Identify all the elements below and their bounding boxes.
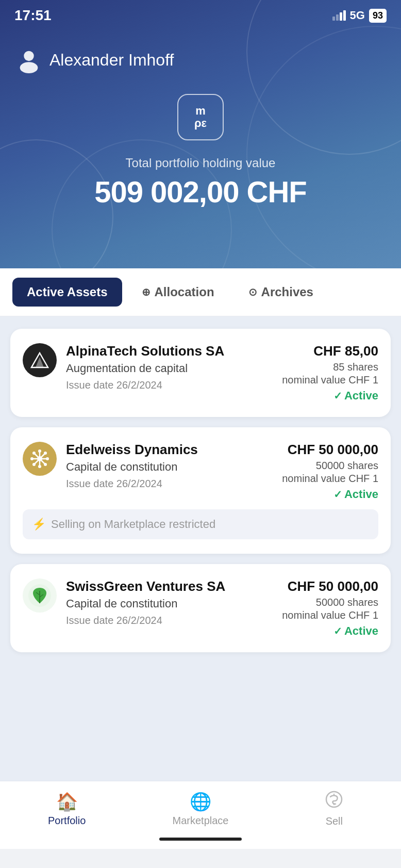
- svg-point-15: [44, 463, 47, 466]
- main-content: AlpinaTech Solutions SA Augmentation de …: [0, 316, 401, 781]
- swissgreen-status: ✓ Active: [282, 624, 378, 638]
- logo-text: m ρε: [194, 105, 207, 130]
- asset-card-top-edelweiss: Edelweiss Dynamics Capital de constituti…: [23, 442, 378, 501]
- portfolio-header: Alexander Imhoff m ρε Total portfolio ho…: [0, 0, 401, 268]
- sell-icon: [325, 791, 343, 812]
- status-icons: 5G 93: [332, 9, 387, 23]
- portfolio-label: Total portfolio holding value: [0, 156, 401, 170]
- restricted-text: Selling on Marketplace restricted: [51, 518, 215, 531]
- tab-archives[interactable]: ⊙ Archives: [234, 278, 328, 307]
- nav-sell-label: Sell: [326, 815, 343, 827]
- svg-point-16: [44, 452, 47, 455]
- edelweiss-checkmark-icon: ✓: [333, 488, 342, 501]
- status-time: 17:51: [14, 7, 52, 24]
- svg-point-14: [32, 452, 36, 455]
- edelweiss-name: Edelweiss Dynamics: [66, 442, 273, 458]
- edelweiss-info: Edelweiss Dynamics Capital de constituti…: [66, 442, 273, 490]
- status-bar: 17:51 5G 93: [0, 0, 401, 28]
- swissgreen-name: SwissGreen Ventures SA: [66, 578, 273, 594]
- edelweiss-issue-date: Issue date 26/2/2024: [66, 478, 273, 490]
- edelweiss-logo: [23, 442, 57, 476]
- tab-archives-label: Archives: [261, 285, 313, 299]
- swissgreen-info: SwissGreen Ventures SA Capital de consti…: [66, 578, 273, 626]
- app-logo: m ρε: [0, 94, 401, 140]
- svg-point-17: [32, 463, 36, 466]
- asset-card-edelweiss[interactable]: Edelweiss Dynamics Capital de constituti…: [10, 427, 391, 554]
- allocation-icon: ⊕: [142, 286, 151, 298]
- nav-portfolio[interactable]: 🏠 Portfolio: [36, 791, 98, 827]
- svg-point-11: [38, 465, 41, 468]
- alpina-type: Augmentation de capital: [66, 361, 273, 376]
- svg-point-9: [37, 456, 42, 461]
- home-indicator: [0, 832, 401, 849]
- swissgreen-checkmark-icon: ✓: [333, 625, 342, 637]
- restricted-icon: ⚡: [32, 518, 46, 531]
- portfolio-value: 509 002,00 CHF: [0, 174, 401, 209]
- tab-active-assets[interactable]: Active Assets: [12, 278, 122, 307]
- tab-allocation[interactable]: ⊕ Allocation: [127, 278, 229, 307]
- edelweiss-status-text: Active: [344, 488, 378, 501]
- alpina-checkmark-icon: ✓: [333, 390, 342, 402]
- alpina-status: ✓ Active: [282, 389, 378, 403]
- alpina-name: AlpinaTech Solutions SA: [66, 343, 273, 359]
- edelweiss-chf: CHF 50 000,00: [282, 442, 378, 458]
- alpina-logo: [23, 343, 57, 377]
- edelweiss-nominal: nominal value CHF 1: [282, 473, 378, 485]
- edelweiss-values: CHF 50 000,00 50000 shares nominal value…: [282, 442, 378, 501]
- asset-card-top-alpina: AlpinaTech Solutions SA Augmentation de …: [23, 343, 378, 403]
- tab-allocation-label: Allocation: [155, 285, 214, 299]
- asset-card-swissgreen[interactable]: SwissGreen Ventures SA Capital de consti…: [10, 564, 391, 652]
- tabs-container: Active Assets ⊕ Allocation ⊙ Archives: [0, 268, 401, 316]
- signal-bars-icon: [332, 10, 346, 21]
- svg-point-10: [38, 449, 41, 453]
- battery-indicator: 93: [369, 9, 387, 23]
- edelweiss-type: Capital de constitution: [66, 460, 273, 475]
- swissgreen-issue-date: Issue date 26/2/2024: [66, 615, 273, 626]
- swissgreen-logo: [23, 578, 57, 613]
- portfolio-summary: Total portfolio holding value 509 002,00…: [0, 156, 401, 209]
- user-avatar-icon: [15, 46, 42, 73]
- portfolio-home-icon: 🏠: [56, 791, 78, 812]
- swissgreen-type: Capital de constitution: [66, 597, 273, 612]
- alpina-chf: CHF 85,00: [282, 343, 378, 359]
- swissgreen-status-text: Active: [344, 624, 378, 638]
- nav-marketplace-label: Marketplace: [173, 815, 229, 827]
- swissgreen-shares: 50000 shares: [282, 597, 378, 608]
- svg-point-13: [46, 457, 49, 460]
- asset-card-alpina[interactable]: AlpinaTech Solutions SA Augmentation de …: [10, 329, 391, 417]
- alpina-values: CHF 85,00 85 shares nominal value CHF 1 …: [282, 343, 378, 403]
- nav-sell[interactable]: Sell: [303, 791, 365, 827]
- bottom-nav: 🏠 Portfolio 🌐 Marketplace Sell: [0, 781, 401, 832]
- alpina-issue-date: Issue date 26/2/2024: [66, 379, 273, 391]
- nav-portfolio-label: Portfolio: [48, 815, 86, 827]
- user-name: Alexander Imhoff: [49, 51, 174, 70]
- alpina-shares: 85 shares: [282, 361, 378, 373]
- restricted-banner: ⚡ Selling on Marketplace restricted: [23, 509, 378, 539]
- marketplace-globe-icon: 🌐: [190, 791, 211, 812]
- network-label: 5G: [350, 9, 365, 22]
- tab-active-assets-label: Active Assets: [27, 285, 108, 299]
- nav-marketplace[interactable]: 🌐 Marketplace: [170, 791, 231, 827]
- archives-icon: ⊙: [248, 286, 257, 298]
- alpina-info: AlpinaTech Solutions SA Augmentation de …: [66, 343, 273, 391]
- logo-box: m ρε: [177, 94, 224, 140]
- alpina-status-text: Active: [344, 389, 378, 403]
- edelweiss-shares: 50000 shares: [282, 460, 378, 472]
- svg-point-0: [24, 51, 34, 61]
- svg-point-12: [30, 457, 34, 460]
- home-bar: [159, 838, 242, 841]
- alpina-nominal: nominal value CHF 1: [282, 374, 378, 386]
- swissgreen-values: CHF 50 000,00 50000 shares nominal value…: [282, 578, 378, 638]
- svg-point-1: [20, 62, 38, 73]
- edelweiss-status: ✓ Active: [282, 488, 378, 501]
- swissgreen-chf: CHF 50 000,00: [282, 578, 378, 594]
- swissgreen-nominal: nominal value CHF 1: [282, 609, 378, 621]
- asset-card-top-swissgreen: SwissGreen Ventures SA Capital de consti…: [23, 578, 378, 638]
